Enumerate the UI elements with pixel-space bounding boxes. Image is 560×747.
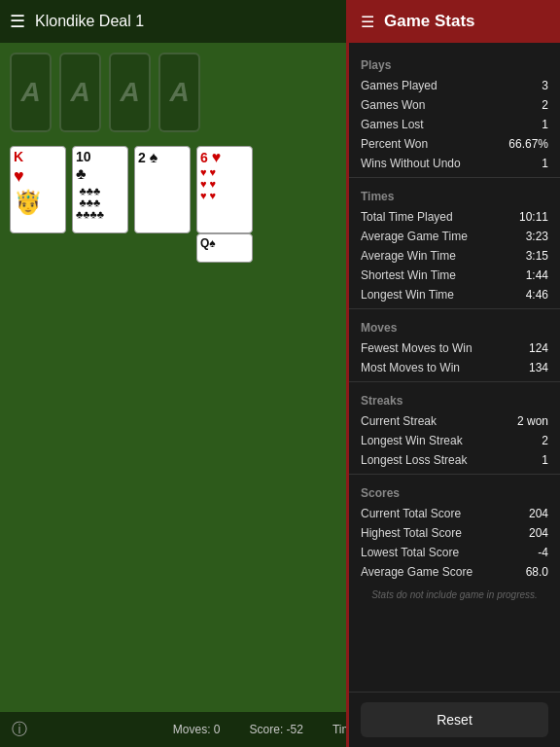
row-longest-win-streak: Longest Win Streak 2 xyxy=(349,431,560,450)
row-games-played: Games Played 3 xyxy=(349,76,560,95)
foundation-area: A A A A xyxy=(10,53,200,132)
reset-button[interactable]: Reset xyxy=(361,702,548,737)
foundation-4[interactable]: A xyxy=(158,53,200,132)
card-king-hearts[interactable]: K ♥ 🤴 xyxy=(10,146,66,233)
tableau-col-2: 10 ♣ ♣♣♣♣♣♣♣♣♣♣ xyxy=(72,146,128,233)
stats-note: Stats do not include game in progress. xyxy=(349,582,560,608)
card-2-spades[interactable]: 2 ♠ xyxy=(134,146,191,233)
tableau-col-4: 6 ♥ ♥ ♥♥ ♥♥ ♥ Q♠ xyxy=(196,146,253,233)
stats-footer: Reset xyxy=(349,692,560,747)
foundation-2[interactable]: A xyxy=(59,53,101,132)
stats-title: Game Stats xyxy=(384,12,475,31)
info-icon[interactable]: ⓘ xyxy=(12,720,27,740)
stats-header: ☰ Game Stats xyxy=(349,0,560,43)
tableau-area: K ♥ 🤴 10 ♣ ♣♣♣♣♣♣♣♣♣♣ 2 ♠ 6 xyxy=(10,146,200,233)
card-10-clubs[interactable]: 10 ♣ ♣♣♣♣♣♣♣♣♣♣ xyxy=(72,146,128,233)
row-longest-win: Longest Win Time 4:46 xyxy=(349,285,560,304)
foundation-1[interactable]: A xyxy=(10,53,52,132)
divider-3 xyxy=(349,381,560,382)
row-current-streak: Current Streak 2 won xyxy=(349,411,560,431)
row-avg-game-time: Average Game Time 3:23 xyxy=(349,227,560,246)
tableau-col-3: 2 ♠ xyxy=(134,146,191,233)
row-percent-won: Percent Won 66.67% xyxy=(349,134,560,154)
section-moves-label: Moves xyxy=(349,313,560,338)
menu-icon[interactable]: ☰ xyxy=(10,11,25,32)
divider-1 xyxy=(349,177,560,178)
tableau-col-1: K ♥ 🤴 xyxy=(10,146,66,233)
row-current-total-score: Current Total Score 204 xyxy=(349,504,560,523)
row-avg-win-time: Average Win Time 3:15 xyxy=(349,246,560,266)
section-plays-label: Plays xyxy=(349,51,560,76)
row-most-moves: Most Moves to Win 134 xyxy=(349,358,560,377)
moves-stat: Moves: 0 xyxy=(173,723,221,736)
divider-2 xyxy=(349,308,560,309)
row-lowest-total-score: Lowest Total Score -4 xyxy=(349,543,560,562)
stats-menu-icon[interactable]: ☰ xyxy=(361,13,374,31)
card-6-hearts[interactable]: 6 ♥ ♥ ♥♥ ♥♥ ♥ xyxy=(196,146,253,233)
section-scores-label: Scores xyxy=(349,479,560,504)
section-times-label: Times xyxy=(349,182,560,207)
score-stat: Score: -52 xyxy=(250,723,303,736)
card-queen-spades[interactable]: Q♠ xyxy=(196,233,253,263)
row-shortest-win: Shortest Win Time 1:44 xyxy=(349,266,560,285)
stats-panel: ☰ Game Stats Plays Games Played 3 Games … xyxy=(346,0,560,747)
foundation-3[interactable]: A xyxy=(109,53,151,132)
row-highest-total-score: Highest Total Score 204 xyxy=(349,523,560,543)
row-games-lost: Games Lost 1 xyxy=(349,115,560,134)
section-streaks-label: Streaks xyxy=(349,386,560,411)
row-longest-loss-streak: Longest Loss Streak 1 xyxy=(349,450,560,470)
row-games-won: Games Won 2 xyxy=(349,95,560,115)
row-avg-game-score: Average Game Score 68.0 xyxy=(349,562,560,582)
stats-body: Plays Games Played 3 Games Won 2 Games L… xyxy=(349,43,560,692)
divider-4 xyxy=(349,474,560,475)
row-wins-without-undo: Wins Without Undo 1 xyxy=(349,154,560,173)
row-total-time: Total Time Played 10:11 xyxy=(349,207,560,227)
row-fewest-moves: Fewest Moves to Win 124 xyxy=(349,338,560,358)
